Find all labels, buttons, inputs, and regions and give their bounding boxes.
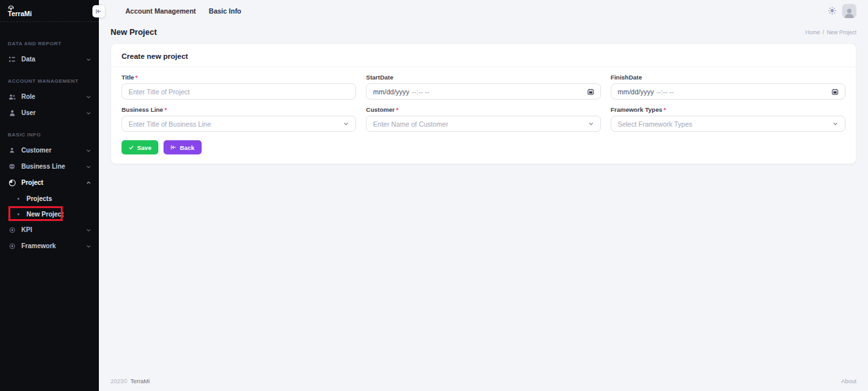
required-asterisk: *: [396, 106, 399, 113]
form-actions: Save Back: [122, 140, 845, 154]
section-data-and-report: DATA AND REPORT: [0, 30, 99, 51]
brand-logo[interactable]: TerraMi: [8, 5, 32, 17]
form-grid: Title* StartDate mm/dd/yyyy --:-- --: [122, 74, 845, 132]
content: New Project Home / New Project Create ne…: [99, 21, 868, 372]
customer-icon: [8, 146, 16, 154]
main-area: Account Management Basic Info: [99, 0, 868, 391]
project-icon: [8, 178, 16, 187]
card-body: Title* StartDate mm/dd/yyyy --:-- --: [111, 67, 856, 164]
logo-row: TerraMi: [0, 0, 99, 22]
chevron-down-icon: [86, 148, 91, 153]
calendar-icon[interactable]: [832, 89, 838, 95]
check-icon: [129, 145, 134, 150]
sidebar-item-business-line[interactable]: Business Line: [0, 158, 99, 174]
sidebar-collapse-button[interactable]: [92, 5, 105, 17]
sidebar: TerraMi DATA AND REPORT Data ACCOUNT MAN…: [0, 0, 99, 391]
framework-types-select[interactable]: Select Framework Types: [611, 116, 845, 132]
sidebar-item-customer[interactable]: Customer: [0, 142, 99, 158]
sun-icon: [828, 6, 836, 15]
required-asterisk: *: [164, 106, 167, 113]
chevron-down-icon: [588, 121, 594, 127]
footer-about-link[interactable]: About: [841, 378, 856, 385]
user-avatar[interactable]: [842, 4, 856, 18]
topbar: Account Management Basic Info: [99, 0, 868, 21]
theme-toggle-button[interactable]: [828, 6, 836, 15]
sidebar-item-role[interactable]: Role: [0, 89, 99, 105]
card-header: Create new project: [111, 44, 856, 67]
business-line-select[interactable]: Enter Title of Business Line: [122, 116, 356, 132]
required-asterisk: *: [135, 74, 138, 81]
footer-copyright: 2023©TerraMi: [111, 378, 150, 385]
footer: 2023©TerraMi About: [99, 372, 868, 391]
tree-logo-icon: [8, 5, 16, 11]
sidebar-subitem-projects[interactable]: Projects: [0, 191, 99, 206]
breadcrumb-separator: /: [823, 29, 824, 36]
chevron-down-icon: [86, 94, 91, 100]
field-framework-types: Framework Types* Select Framework Types: [611, 106, 845, 132]
chevron-down-icon: [86, 164, 91, 169]
start-date-input[interactable]: mm/dd/yyyy --:-- --: [366, 83, 600, 100]
business-line-icon: [8, 162, 16, 171]
field-business-line: Business Line* Enter Title of Business L…: [122, 106, 356, 132]
sidebar-item-label: Role: [21, 93, 36, 100]
title-input[interactable]: [122, 83, 356, 100]
back-button[interactable]: Back: [164, 140, 202, 154]
sidebar-item-label: Framework: [21, 242, 56, 249]
kpi-icon: [8, 226, 16, 234]
title-label: Title*: [122, 74, 356, 81]
sidebar-item-label: User: [21, 109, 36, 116]
section-account-management: ACCOUNT MANAGEMENT: [0, 67, 99, 89]
chevron-down-icon: [86, 244, 91, 249]
business-line-label: Business Line*: [122, 106, 356, 113]
field-finish-date: FinishDate mm/dd/yyyy --:-- --: [611, 74, 845, 100]
calendar-icon[interactable]: [587, 89, 594, 95]
chevron-down-icon: [86, 227, 91, 233]
sidebar-item-label: Customer: [21, 147, 52, 154]
sidebar-item-kpi[interactable]: KPI: [0, 222, 99, 238]
page-head: New Project Home / New Project: [111, 24, 856, 41]
field-customer: Customer* Enter Name of Customer: [366, 106, 600, 132]
breadcrumb-home[interactable]: Home: [805, 29, 820, 36]
page-title: New Project: [111, 28, 157, 37]
breadcrumb: Home / New Project: [805, 29, 856, 36]
card-title: Create new project: [122, 52, 188, 60]
field-title: Title*: [122, 74, 356, 100]
chevron-down-icon: [86, 111, 91, 116]
menu-account-management[interactable]: Account Management: [125, 7, 196, 15]
sidebar-item-framework[interactable]: Framework: [0, 238, 99, 254]
sidebar-item-user[interactable]: User: [0, 105, 99, 121]
bullet-icon: [17, 198, 19, 200]
framework-types-label: Framework Types*: [611, 106, 845, 113]
save-button[interactable]: Save: [122, 140, 158, 154]
sidebar-item-project[interactable]: Project: [0, 174, 99, 191]
sidebar-menu: DATA AND REPORT Data ACCOUNT MANAGEMENT …: [0, 22, 99, 254]
menu-basic-info[interactable]: Basic Info: [209, 7, 241, 15]
customer-label: Customer*: [366, 106, 600, 113]
bullet-icon: [17, 213, 19, 215]
finish-date-input[interactable]: mm/dd/yyyy --:-- --: [611, 83, 845, 100]
chevron-down-icon: [86, 57, 91, 62]
sidebar-subitem-label: Projects: [26, 195, 52, 202]
sidebar-subitem-label: New Project: [26, 211, 63, 218]
sidebar-subitem-new-project[interactable]: New Project: [0, 206, 99, 222]
breadcrumb-current: New Project: [827, 29, 856, 36]
framework-icon: [8, 242, 16, 250]
sidebar-item-label: Project: [21, 179, 43, 186]
arrow-left-icon: [96, 8, 101, 14]
required-asterisk: *: [664, 106, 666, 113]
data-icon: [8, 55, 16, 63]
sidebar-item-label: KPI: [21, 226, 32, 233]
role-icon: [8, 92, 16, 101]
topbar-menu: Account Management Basic Info: [125, 7, 241, 15]
customer-select[interactable]: Enter Name of Customer: [366, 116, 600, 132]
chevron-down-icon: [832, 121, 838, 127]
sidebar-item-label: Data: [21, 56, 36, 63]
section-basic-info: BASIC INFO: [0, 121, 99, 142]
create-project-card: Create new project Title* Sta: [111, 43, 856, 164]
sidebar-item-data[interactable]: Data: [0, 51, 99, 67]
arrow-left-bar-icon: [171, 145, 176, 150]
chevron-up-icon: [86, 180, 91, 185]
start-date-label: StartDate: [366, 74, 600, 81]
sidebar-item-label: Business Line: [21, 163, 65, 170]
finish-date-label: FinishDate: [611, 74, 845, 81]
